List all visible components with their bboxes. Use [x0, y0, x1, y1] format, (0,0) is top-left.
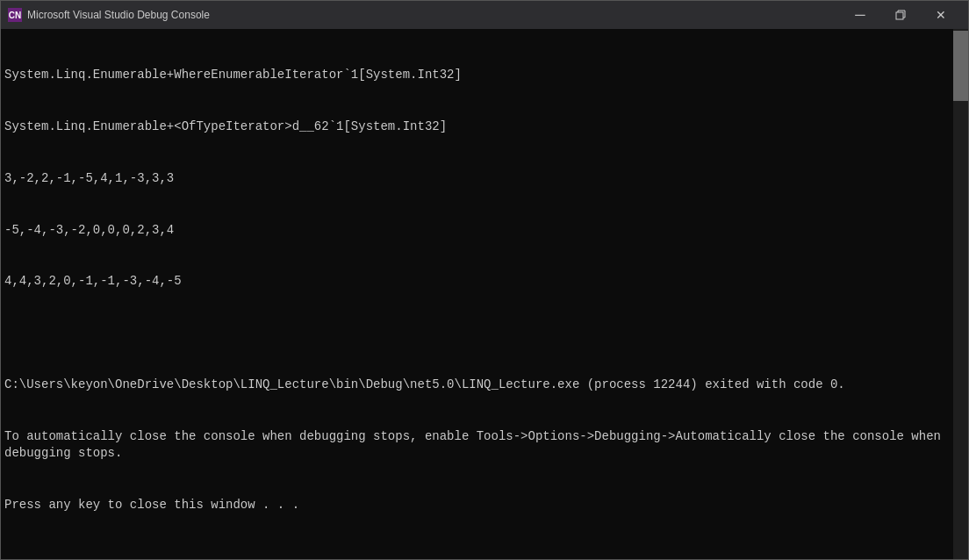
scrollbar-thumb[interactable] — [953, 31, 968, 101]
console-line-8: To automatically close the console when … — [4, 428, 950, 463]
scrollbar-track[interactable] — [953, 29, 968, 559]
window-controls: ─ ✕ — [840, 1, 961, 29]
app-icon-label: CN — [9, 11, 21, 20]
console-line-7: C:\Users\keyon\OneDrive\Desktop\LINQ_Lec… — [4, 377, 950, 394]
close-button[interactable]: ✕ — [921, 1, 961, 29]
console-area: System.Linq.Enumerable+WhereEnumerableIt… — [1, 29, 968, 559]
svg-rect-0 — [896, 12, 903, 19]
app-icon: CN — [8, 8, 22, 22]
minimize-button[interactable]: ─ — [840, 1, 880, 29]
restore-icon — [895, 10, 906, 20]
window-title: Microsoft Visual Studio Debug Console — [27, 9, 840, 21]
console-line-1: System.Linq.Enumerable+WhereEnumerableIt… — [4, 67, 950, 84]
title-bar: CN Microsoft Visual Studio Debug Console… — [1, 1, 968, 29]
console-output[interactable]: System.Linq.Enumerable+WhereEnumerableIt… — [1, 29, 953, 559]
console-line-5: 4,4,3,2,0,-1,-1,-3,-4,-5 — [4, 273, 950, 291]
main-window: CN Microsoft Visual Studio Debug Console… — [0, 0, 969, 560]
console-line-9: Press any key to close this window . . . — [4, 497, 950, 514]
console-line-2: System.Linq.Enumerable+<OfTypeIterator>d… — [4, 118, 950, 136]
console-line-6 — [4, 325, 950, 342]
console-line-3: 3,-2,2,-1,-5,4,1,-3,3,3 — [4, 170, 950, 188]
console-line-4: -5,-4,-3,-2,0,0,0,2,3,4 — [4, 222, 950, 240]
restore-button[interactable] — [880, 1, 921, 29]
